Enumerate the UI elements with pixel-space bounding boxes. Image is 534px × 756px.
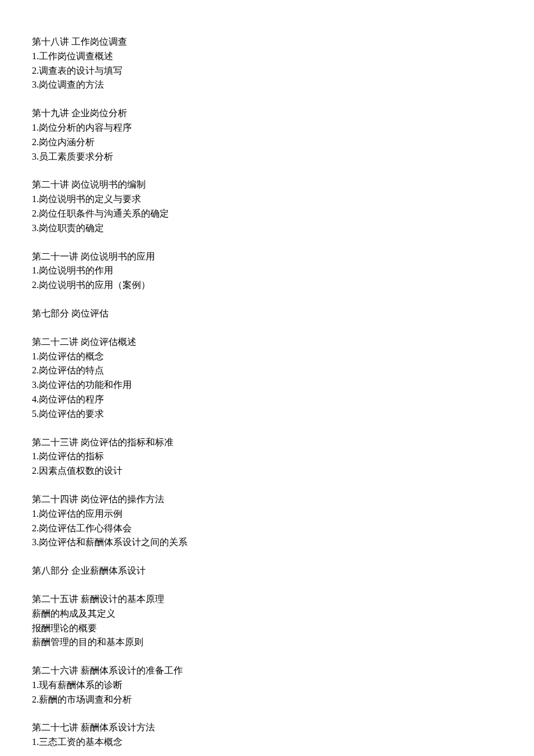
- list-item: 1.岗位评估的应用示例: [32, 507, 502, 521]
- list-item: 1.岗位说明书的作用: [32, 264, 502, 278]
- list-item: 薪酬的构成及其定义: [32, 607, 502, 621]
- section-26: 第二十六讲 薪酬体系设计的准备工作 1.现有薪酬体系的诊断 2.薪酬的市场调查和…: [32, 664, 502, 707]
- section-title: 第二十讲 岗位说明书的编制: [32, 178, 502, 192]
- section-21: 第二十一讲 岗位说明书的应用 1.岗位说明书的作用 2.岗位说明书的应用（案例）: [32, 250, 502, 293]
- list-item: 1.三态工资的基本概念: [32, 735, 502, 750]
- list-item: 2.岗位说明书的应用（案例）: [32, 278, 502, 293]
- section-24: 第二十四讲 岗位评估的操作方法 1.岗位评估的应用示例 2.岗位评估工作心得体会…: [32, 492, 502, 550]
- part-7: 第七部分 岗位评估: [32, 307, 502, 321]
- section-22: 第二十二讲 岗位评估概述 1.岗位评估的概念 2.岗位评估的特点 3.岗位评估的…: [32, 335, 502, 422]
- section-23: 第二十三讲 岗位评估的指标和标准 1.岗位评估的指标 2.因素点值权数的设计: [32, 435, 502, 478]
- section-title: 第二十六讲 薪酬体系设计的准备工作: [32, 664, 502, 678]
- list-item: 2.薪酬的市场调查和分析: [32, 693, 502, 707]
- list-item: 3.岗位评估的功能和作用: [32, 378, 502, 393]
- section-title: 第十八讲 工作岗位调查: [32, 35, 502, 49]
- section-title: 第十九讲 企业岗位分析: [32, 106, 502, 121]
- list-item: 5.岗位评估的要求: [32, 407, 502, 422]
- list-item: 1.岗位分析的内容与程序: [32, 121, 502, 135]
- section-title: 第二十五讲 薪酬设计的基本原理: [32, 592, 502, 607]
- part-title: 第八部分 企业薪酬体系设计: [32, 564, 502, 578]
- list-item: 2.调查表的设计与填写: [32, 64, 502, 78]
- list-item: 1.岗位评估的指标: [32, 449, 502, 464]
- list-item: 3.岗位评估和薪酬体系设计之间的关系: [32, 535, 502, 550]
- section-title: 第二十三讲 岗位评估的指标和标准: [32, 435, 502, 450]
- section-title: 第二十四讲 岗位评估的操作方法: [32, 492, 502, 507]
- document-content: 第十八讲 工作岗位调查 1.工作岗位调查概述 2.调查表的设计与填写 3.岗位调…: [0, 0, 534, 756]
- section-title: 第二十七讲 薪酬体系设计方法: [32, 721, 502, 735]
- list-item: 1.岗位评估的概念: [32, 350, 502, 364]
- section-title: 第二十一讲 岗位说明书的应用: [32, 250, 502, 264]
- list-item: 3.员工素质要求分析: [32, 150, 502, 164]
- section-title: 第二十二讲 岗位评估概述: [32, 335, 502, 350]
- section-25: 第二十五讲 薪酬设计的基本原理 薪酬的构成及其定义 报酬理论的概要 薪酬管理的目…: [32, 592, 502, 650]
- list-item: 1.岗位说明书的定义与要求: [32, 192, 502, 207]
- list-item: 2.岗位内涵分析: [32, 135, 502, 150]
- list-item: 4.岗位评估的程序: [32, 393, 502, 407]
- list-item: 1.工作岗位调查概述: [32, 49, 502, 64]
- list-item: 3.岗位调查的方法: [32, 78, 502, 92]
- section-20: 第二十讲 岗位说明书的编制 1.岗位说明书的定义与要求 2.岗位任职条件与沟通关…: [32, 178, 502, 235]
- section-27: 第二十七讲 薪酬体系设计方法 1.三态工资的基本概念: [32, 721, 502, 750]
- part-8: 第八部分 企业薪酬体系设计: [32, 564, 502, 578]
- part-title: 第七部分 岗位评估: [32, 307, 502, 321]
- list-item: 2.岗位任职条件与沟通关系的确定: [32, 207, 502, 221]
- list-item: 3.岗位职责的确定: [32, 221, 502, 236]
- list-item: 报酬理论的概要: [32, 621, 502, 636]
- list-item: 2.岗位评估的特点: [32, 363, 502, 378]
- section-19: 第十九讲 企业岗位分析 1.岗位分析的内容与程序 2.岗位内涵分析 3.员工素质…: [32, 106, 502, 164]
- list-item: 薪酬管理的目的和基本原则: [32, 635, 502, 650]
- list-item: 2.因素点值权数的设计: [32, 464, 502, 478]
- list-item: 1.现有薪酬体系的诊断: [32, 678, 502, 693]
- section-18: 第十八讲 工作岗位调查 1.工作岗位调查概述 2.调查表的设计与填写 3.岗位调…: [32, 35, 502, 92]
- list-item: 2.岗位评估工作心得体会: [32, 521, 502, 536]
